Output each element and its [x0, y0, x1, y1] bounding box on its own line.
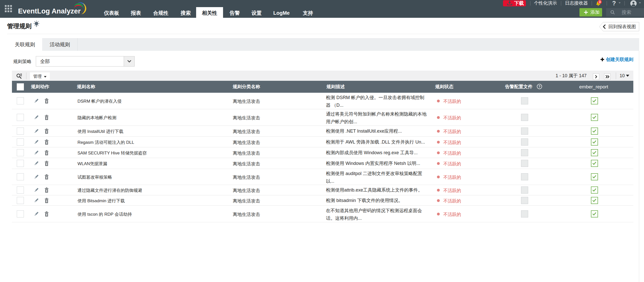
- svg-text:?: ?: [539, 85, 541, 88]
- svg-text:3: 3: [599, 0, 601, 4]
